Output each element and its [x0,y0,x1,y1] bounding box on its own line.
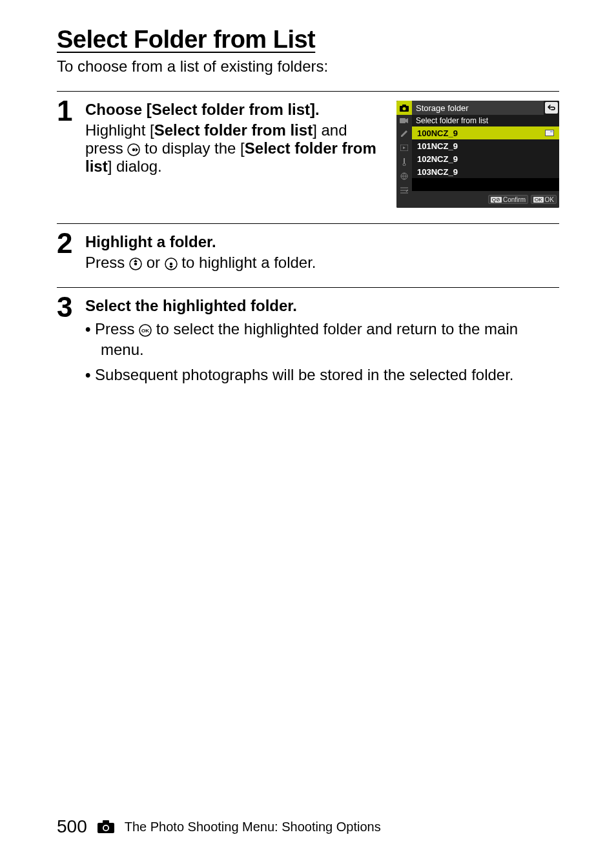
dpad-right-icon [127,143,140,156]
menu-icon-video [396,115,412,126]
svg-rect-7 [404,158,405,163]
camera-icon [98,820,114,833]
step-heading: Select the highlighted folder. [85,297,559,315]
bullet-item: Subsequent photographs will be stored in… [85,365,559,385]
menu-icon-strip [396,126,412,208]
svg-rect-5 [400,118,406,123]
folder-row: 102NCZ_9 [412,152,559,165]
step-text: Highlight [Select folder from list] and … [85,121,382,176]
svg-rect-3 [402,105,406,106]
svg-point-1 [132,148,135,150]
svg-point-4 [403,107,406,110]
menu-icon-network [396,169,412,183]
footer-text: The Photo Shooting Menu: Shooting Option… [125,820,381,834]
folder-list: 100NCZ_9 101NCZ_9 102NCZ_9 103NCZ_9 Q⊘Co… [412,126,559,208]
ok-button-icon: OK [139,324,152,337]
menu-ok-button: OKOK [531,195,557,204]
menu-footer: Q⊘Confirm OKOK [412,191,559,208]
step-number: 2 [57,229,85,272]
svg-point-8 [403,163,406,166]
menu-icon-pencil [396,126,412,141]
step-3: 3 Select the highlighted folder. Press O… [57,287,559,385]
menu-subtitle: Select folder from list [412,115,559,126]
dpad-down-icon [165,257,178,270]
menu-back-icon [545,102,558,114]
menu-title: Storage folder [412,101,544,115]
menu-icon-setup [396,155,412,169]
svg-point-19 [104,826,108,830]
step-number: 3 [57,293,85,385]
page-footer: 500 The Photo Shooting Menu: Shooting Op… [0,816,616,837]
svg-point-11 [134,262,137,265]
card-icon [545,130,554,136]
menu-confirm-button: Q⊘Confirm [488,195,528,204]
folder-row: 103NCZ_9 [412,165,559,178]
camera-menu-screenshot: Storage folder Select folder from list [396,101,559,208]
menu-icon-playback [396,141,412,155]
step-text: Press or to highlight a folder. [85,254,559,272]
page-title: Select Folder from List [57,26,559,54]
manual-page: Select Folder from List To choose from a… [0,0,616,868]
step-number: 1 [57,97,85,208]
svg-rect-17 [103,820,109,824]
svg-point-13 [170,262,172,265]
menu-icon-mymenu [396,183,412,197]
dpad-up-icon [129,257,142,270]
step-bullets: Press OK to select the highlighted folde… [85,319,559,385]
page-number: 500 [57,816,87,837]
step-heading: Highlight a folder. [85,233,559,251]
bullet-item: Press OK to select the highlighted folde… [85,319,559,361]
step-2: 2 Highlight a folder. Press or to highli… [57,223,559,272]
page-subtitle: To choose from a list of existing folder… [57,57,559,76]
step-heading: Choose [Select folder from list]. [85,101,382,119]
step-1: 1 Choose [Select folder from list]. High… [57,91,559,208]
folder-row: 101NCZ_9 [412,139,559,152]
svg-text:OK: OK [141,328,149,334]
folder-row-selected: 100NCZ_9 [412,126,559,139]
menu-tab-camera [396,101,412,115]
